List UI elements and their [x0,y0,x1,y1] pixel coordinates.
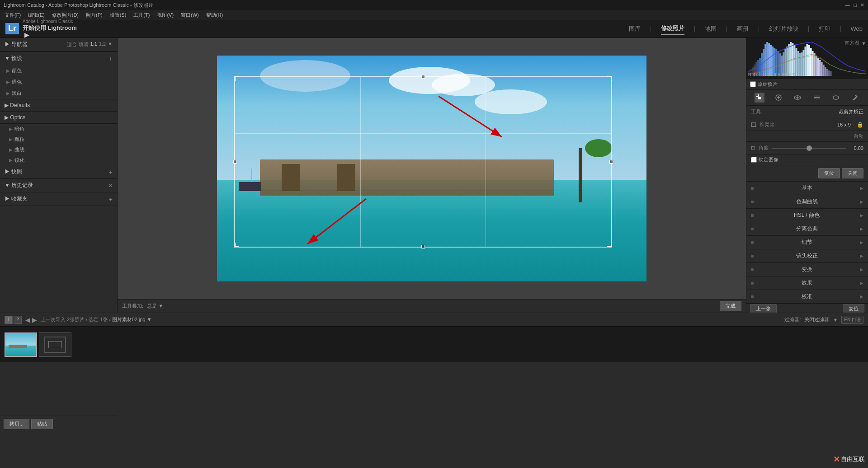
red-eye-tool-icon[interactable] [793,93,802,103]
tab-print[interactable]: 打印 [819,23,830,35]
done-button[interactable]: 完成 [720,301,741,311]
transform-indicator [751,268,754,271]
history-close-btn[interactable]: ✕ [108,183,113,189]
zoom-more[interactable]: ▼ [108,41,113,48]
collections-header[interactable]: ▶ 收藏夹 + [0,192,117,206]
defaults-header[interactable]: ▶ Defaults [0,99,117,111]
tab-slideshow[interactable]: 幻灯片放映 [769,23,798,35]
tab-book[interactable]: 画册 [737,23,749,35]
lang-badge[interactable]: EN 口语 [841,316,863,324]
tab-web[interactable]: Web [851,23,863,34]
presets-header[interactable]: ▼ 预设 + [0,52,117,65]
tone-expand-icon: ▶ [860,199,863,204]
gradient-tool-icon[interactable] [812,93,822,103]
snapshots-add-btn[interactable]: + [109,168,113,176]
reset-btn[interactable]: 复位 [818,168,840,178]
navigator-header[interactable]: ▶ 导航器 适合 填满 1:1 1:2 ▼ [0,38,117,51]
angle-slider[interactable] [772,148,846,149]
prev-next-btns: 上一张 [750,304,777,313]
menu-photo[interactable]: 照片(P) [83,11,105,19]
zoom-fit[interactable]: 适合 [67,41,77,48]
sharpen-item[interactable]: ▶ 锐化 [0,155,117,165]
original-photo-checkbox[interactable] [750,81,756,87]
filter-value[interactable]: 关闭过滤器 [804,316,829,323]
aspect-ratio-value-area[interactable]: 16 x 9 ÷ 🔒 [837,122,863,128]
zoom-1-1[interactable]: 1:1 [90,41,97,48]
thumb-2[interactable] [39,332,71,357]
auto-row: 自动 [746,131,868,142]
tone-indicator [751,201,754,203]
nav-prev-btn[interactable]: ◀ [25,316,30,323]
minimize-btn[interactable]: — [845,2,850,8]
page-btn-1[interactable]: 1 [5,316,13,324]
close-btn[interactable]: 关闭 [842,168,863,178]
angle-level-icon[interactable]: ⊟ [751,145,755,151]
basic-section-header[interactable]: 基本 ▶ [746,182,868,195]
hsl-expand-icon: ▶ [860,213,863,218]
crop-tool-icon[interactable] [755,93,764,103]
optics-header[interactable]: ▶ Optics [0,112,117,123]
preset-bw-header[interactable]: ▶ 黑白 [0,89,117,98]
right-tool-info: 工具: 裁剪并矫正 [746,106,868,118]
vignette-item[interactable]: ▶ 暗角 [0,124,117,134]
close-btn[interactable]: ✕ [860,2,864,8]
filmstrip-expand-icon[interactable]: ▼ [833,317,838,323]
lock-image-checkbox[interactable] [751,157,757,163]
hsl-header[interactable]: HSL / 颜色 ▶ [746,209,868,222]
optics-label: ▶ Optics [5,114,25,121]
zoom-fill[interactable]: 填满 [79,41,89,48]
filmstrip: ✕ 自由互联 [0,326,868,362]
lr-arrow[interactable]: ▶ [24,32,77,39]
menu-help[interactable]: 帮助(H) [203,11,226,19]
transform-header[interactable]: 变换 ▶ [746,263,868,276]
menu-view[interactable]: 视图(V) [154,11,176,19]
right-panel-nav: 上一张 复位 [746,304,868,313]
curves-item[interactable]: ▶ 曲线 [0,145,117,155]
menu-window[interactable]: 窗口(W) [178,11,202,19]
menu-edit[interactable]: 编辑(E) [25,11,47,19]
history-header[interactable]: ▼ 历史记录 ✕ [0,179,117,192]
calibration-header[interactable]: 校准 ▶ [746,290,868,303]
presets-add-btn[interactable]: + [109,55,113,62]
grain-item[interactable]: ▶ 颗粒 [0,134,117,145]
resort-building [260,159,554,196]
detail-section: 细节 ▶ [746,236,868,249]
snapshots-header[interactable]: ▶ 快照 + [0,165,117,178]
heal-tool-icon[interactable] [774,93,783,103]
maximize-btn[interactable]: □ [854,2,857,8]
navigator-zoom-controls[interactable]: 适合 填满 1:1 1:2 ▼ [67,41,113,48]
right-reset-btn[interactable]: 复位 [843,304,864,313]
tab-library[interactable]: 图库 [629,23,641,35]
effects-header[interactable]: 效果 ▶ [746,276,868,290]
lens-header[interactable]: 镜头校正 ▶ [746,249,868,262]
zoom-1-2[interactable]: 1:2 [99,41,106,48]
prev-photo-btn[interactable]: 上一张 [750,304,777,313]
split-tone-header[interactable]: 分离色调 ▶ [746,222,868,235]
split-tone-expand-icon: ▶ [860,226,863,231]
filename-link[interactable]: 图片素材02.jpg ▼ [112,317,152,322]
menu-file[interactable]: 文件(F) [2,11,24,19]
lr-subtitle-row[interactable]: 开始使用 Lightroom ▶ [23,24,77,38]
tab-develop[interactable]: 修改照片 [661,23,684,35]
tone-curve-header[interactable]: 色调曲线 ▶ [746,195,868,208]
collections-add-btn[interactable]: + [109,196,113,203]
brush-tool-icon[interactable] [850,93,860,103]
split-tone-section: 分离色调 ▶ [746,222,868,236]
window-controls[interactable]: — □ ✕ [845,2,864,8]
basic-indicator [751,187,754,190]
histogram-expand-icon[interactable]: ▼ [861,41,866,46]
lock-icon[interactable]: 🔒 [857,122,863,128]
tool-add-value[interactable]: 总是 ▼ [147,303,163,309]
nav-next-btn[interactable]: ▶ [32,316,37,323]
page-btn-2[interactable]: 2 [14,316,22,324]
preset-tone-header[interactable]: ▶ 调色 [0,77,117,87]
menu-develop[interactable]: 修改照片(D) [49,11,81,19]
preset-color-header[interactable]: ▶ 颜色 [0,66,117,75]
detail-header[interactable]: 细节 ▶ [746,236,868,249]
menu-settings[interactable]: 设置(S) [107,11,129,19]
menu-tools[interactable]: 工具(T) [131,11,152,19]
tab-map[interactable]: 地图 [705,23,717,35]
thumb-1[interactable] [5,332,37,357]
radial-tool-icon[interactable] [831,93,841,103]
preset-group-bw: ▶ 黑白 [0,88,117,99]
